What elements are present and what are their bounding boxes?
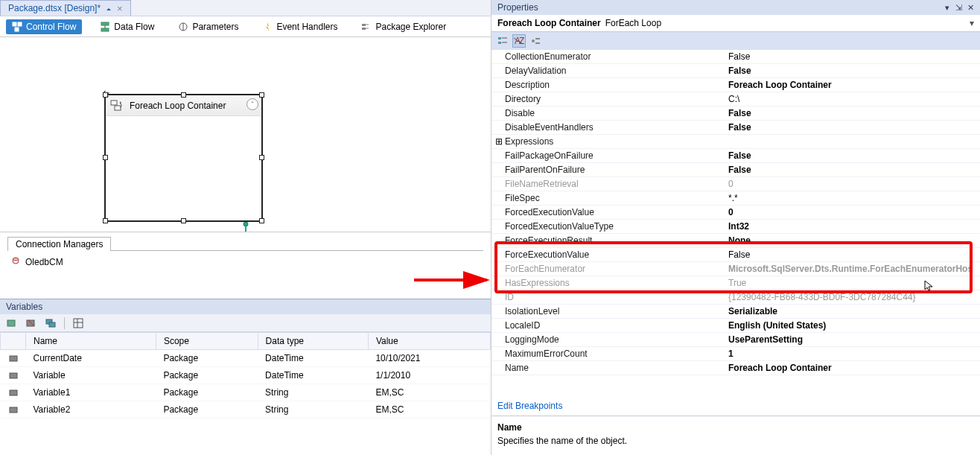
- foreach-loop-container[interactable]: fx Foreach Loop Container ˆ: [104, 94, 263, 222]
- designer-canvas[interactable]: fx Foreach Loop Container ˆ: [0, 37, 491, 232]
- property-value[interactable]: {12390482-FB68-433D-BD0F-3DC787284C44}: [728, 292, 916, 302]
- property-row[interactable]: FileNameRetrieval0: [491, 177, 980, 191]
- property-value[interactable]: 0: [728, 179, 734, 189]
- tab-parameters[interactable]: Parameters: [172, 19, 244, 34]
- property-value[interactable]: UseParentSetting: [728, 334, 803, 345]
- property-row[interactable]: ForceExecutionValueFalse: [491, 248, 980, 262]
- col-value[interactable]: Value: [368, 333, 490, 350]
- properties-object-selector[interactable]: Foreach Loop Container ForEach Loop ▾: [491, 15, 980, 32]
- col-name[interactable]: Name: [26, 333, 156, 350]
- ssis-toolbar: Control Flow Data Flow Parameters Event …: [0, 16, 491, 37]
- property-row[interactable]: FailParentOnFailureFalse: [491, 163, 980, 177]
- svg-rect-11: [362, 28, 366, 30]
- property-value[interactable]: English (United States): [728, 320, 826, 331]
- property-value[interactable]: Microsoft.SqlServer.Dts.Runtime.ForEachE…: [728, 264, 973, 274]
- alphabetical-icon[interactable]: AZ: [512, 34, 526, 48]
- property-value[interactable]: False: [728, 66, 751, 76]
- properties-grid[interactable]: CollectionEnumeratorFalseDelayValidation…: [491, 50, 980, 396]
- pin-icon[interactable]: ⇲: [955, 3, 962, 12]
- close-icon[interactable]: ✕: [967, 3, 974, 12]
- svg-rect-2: [18, 22, 22, 26]
- property-row[interactable]: DisableEventHandlersFalse: [491, 121, 980, 135]
- file-tab-package[interactable]: Package.dtsx [Design]* ×: [0, 0, 131, 16]
- resize-handle[interactable]: [103, 92, 108, 98]
- table-row[interactable]: Variable2PackageStringEM,SC: [1, 401, 491, 419]
- description-title: Name: [497, 422, 974, 433]
- expander-icon[interactable]: ⊞: [494, 136, 503, 147]
- resize-handle[interactable]: [259, 155, 264, 160]
- property-value[interactable]: False: [728, 122, 751, 133]
- add-variable-icon[interactable]: [6, 317, 18, 329]
- col-scope[interactable]: Scope: [156, 333, 258, 350]
- property-value[interactable]: False: [728, 51, 750, 62]
- connection-manager-item[interactable]: OledbCM: [7, 255, 483, 269]
- property-value[interactable]: Serializable: [728, 306, 777, 316]
- property-value[interactable]: False: [728, 108, 751, 118]
- resize-handle[interactable]: [103, 155, 108, 160]
- dropdown-icon[interactable]: ▾: [970, 18, 974, 28]
- resize-handle[interactable]: [103, 218, 108, 223]
- delete-variable-icon[interactable]: [25, 317, 37, 329]
- property-value[interactable]: Foreach Loop Container: [728, 80, 832, 90]
- property-row[interactable]: MaximumErrorCount1: [491, 347, 980, 361]
- property-pages-icon[interactable]: [529, 34, 542, 48]
- property-row[interactable]: ForEachEnumeratorMicrosoft.SqlServer.Dts…: [491, 262, 980, 276]
- output-connector-icon[interactable]: [238, 222, 253, 232]
- property-value[interactable]: False: [728, 249, 750, 260]
- pin-icon[interactable]: [105, 4, 112, 12]
- tab-control-flow[interactable]: Control Flow: [6, 19, 82, 34]
- col-datatype[interactable]: Data type: [258, 333, 368, 350]
- property-name: Disable: [505, 108, 728, 118]
- resize-handle[interactable]: [259, 92, 264, 98]
- property-value[interactable]: 0: [728, 207, 734, 217]
- object-name: ForEach Loop: [605, 18, 661, 28]
- property-value[interactable]: False: [728, 165, 751, 175]
- property-value[interactable]: C:\: [728, 94, 739, 104]
- property-row[interactable]: ID{12390482-FB68-433D-BD0F-3DC787284C44}: [491, 290, 980, 305]
- container-header[interactable]: fx Foreach Loop Container ˆ: [106, 95, 261, 116]
- tab-data-flow[interactable]: Data Flow: [94, 19, 160, 34]
- collapse-icon[interactable]: ˆ: [246, 98, 258, 110]
- property-row[interactable]: ⊞Expressions: [491, 135, 980, 149]
- table-row[interactable]: CurrentDatePackageDateTime10/10/2021: [1, 350, 491, 367]
- loop-icon: [110, 99, 124, 112]
- property-row[interactable]: FileSpec*.*: [491, 191, 980, 206]
- property-row[interactable]: IsolationLevelSerializable: [491, 305, 980, 319]
- table-row[interactable]: Variable1PackageStringEM,SC: [1, 384, 491, 401]
- grid-options-icon[interactable]: [72, 317, 84, 329]
- property-row[interactable]: ForceExecutionResultNone: [491, 234, 980, 248]
- property-row[interactable]: HasExpressionsTrue: [491, 276, 980, 290]
- resize-handle[interactable]: [259, 218, 264, 223]
- property-row[interactable]: LoggingModeUseParentSetting: [491, 333, 980, 347]
- move-variable-icon[interactable]: [45, 317, 57, 329]
- property-row[interactable]: DisableFalse: [491, 106, 980, 121]
- svg-rect-33: [10, 407, 17, 413]
- property-value[interactable]: 1: [728, 349, 734, 359]
- property-value[interactable]: True: [728, 278, 746, 288]
- property-value[interactable]: Int32: [728, 221, 749, 232]
- property-value[interactable]: None: [728, 235, 751, 246]
- resize-handle[interactable]: [181, 92, 186, 98]
- property-row[interactable]: FailPackageOnFailureFalse: [491, 149, 980, 163]
- property-value[interactable]: *.*: [728, 193, 738, 203]
- edit-breakpoints-link[interactable]: Edit Breakpoints: [497, 401, 562, 411]
- property-row[interactable]: DelayValidationFalse: [491, 64, 980, 78]
- window-dropdown-icon[interactable]: ▾: [945, 3, 949, 12]
- property-row[interactable]: ForcedExecutionValue0: [491, 206, 980, 220]
- property-row[interactable]: CollectionEnumeratorFalse: [491, 50, 980, 64]
- svg-rect-42: [535, 38, 540, 39]
- property-row[interactable]: DirectoryC:\: [491, 92, 980, 106]
- connection-managers-tab[interactable]: Connection Managers: [7, 237, 111, 251]
- close-icon[interactable]: ×: [117, 3, 123, 14]
- tab-package-explorer[interactable]: Package Explorer: [355, 19, 452, 34]
- property-row[interactable]: NameForeach Loop Container: [491, 361, 980, 375]
- tab-event-handlers[interactable]: Event Handlers: [256, 19, 343, 34]
- property-value[interactable]: False: [728, 150, 751, 161]
- table-row[interactable]: VariablePackageDateTime1/1/2010: [1, 367, 491, 384]
- resize-handle[interactable]: [181, 218, 186, 223]
- property-row[interactable]: DescriptionForeach Loop Container: [491, 78, 980, 92]
- property-value[interactable]: Foreach Loop Container: [728, 363, 832, 373]
- property-row[interactable]: ForcedExecutionValueTypeInt32: [491, 220, 980, 234]
- categorized-icon[interactable]: [496, 34, 509, 48]
- property-row[interactable]: LocaleIDEnglish (United States): [491, 319, 980, 333]
